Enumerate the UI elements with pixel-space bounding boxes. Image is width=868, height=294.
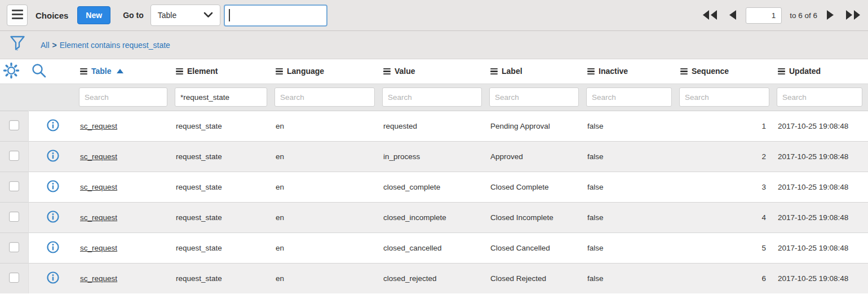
column-header-label: Element xyxy=(187,67,218,76)
column-header-label: Updated xyxy=(789,67,821,76)
column-header-value[interactable]: Value xyxy=(380,59,488,84)
cell-value: requested xyxy=(380,111,488,141)
cell-label: Approved xyxy=(488,141,584,172)
cell-updated: 2017-10-25 19:08:48 xyxy=(775,141,868,172)
cell-element: request_state xyxy=(173,232,273,263)
column-menu-icon[interactable] xyxy=(778,68,785,75)
goto-field-select[interactable]: Table xyxy=(150,5,220,26)
cell-inactive: false xyxy=(584,111,677,141)
row-checkbox[interactable] xyxy=(9,181,19,191)
record-link[interactable]: sc_request xyxy=(80,152,117,161)
column-header-inactive[interactable]: Inactive xyxy=(584,59,677,84)
cell-element: request_state xyxy=(173,202,273,232)
column-header-label-col[interactable]: Label xyxy=(488,59,584,84)
sequence-column-search-input[interactable] xyxy=(679,87,769,107)
new-button[interactable]: New xyxy=(77,6,110,24)
table-row: sc_request request_state en closed_incom… xyxy=(0,202,868,232)
cell-sequence: 5 xyxy=(677,232,775,263)
record-link[interactable]: sc_request xyxy=(80,213,117,222)
list-toolbar: Choices New Go to Table xyxy=(0,0,868,31)
filter-toggle-button[interactable] xyxy=(8,35,27,55)
column-menu-icon[interactable] xyxy=(80,68,87,75)
info-icon[interactable] xyxy=(46,119,60,132)
column-header-label: Sequence xyxy=(692,67,729,76)
column-header-label: Inactive xyxy=(599,67,628,76)
table-column-search-input[interactable] xyxy=(79,87,167,107)
column-header-sequence[interactable]: Sequence xyxy=(677,59,775,84)
column-header-label: Table xyxy=(91,67,112,76)
column-menu-icon[interactable] xyxy=(587,68,595,75)
cell-value: closed_incomplete xyxy=(380,202,488,232)
breadcrumb: All > Element contains request_state xyxy=(41,41,170,50)
list-settings-button[interactable] xyxy=(0,59,28,84)
breadcrumb-condition-link[interactable]: Element contains request_state xyxy=(60,41,170,50)
breadcrumb-all-link[interactable]: All xyxy=(41,41,50,50)
record-link[interactable]: sc_request xyxy=(80,183,117,191)
first-page-button[interactable] xyxy=(701,8,719,23)
text-caret xyxy=(229,9,230,21)
arrow-left-icon xyxy=(728,10,737,22)
list-context-menu-button[interactable] xyxy=(7,5,28,26)
prev-page-button[interactable] xyxy=(727,8,738,23)
cell-value: closed_complete xyxy=(380,172,488,202)
info-icon[interactable] xyxy=(46,240,60,254)
info-icon[interactable] xyxy=(46,179,60,193)
table-row: sc_request request_state en requested Pe… xyxy=(0,111,868,141)
cell-element: request_state xyxy=(173,111,273,141)
column-menu-icon[interactable] xyxy=(490,68,498,75)
page-range-label: to 6 of 6 xyxy=(790,11,817,20)
column-menu-icon[interactable] xyxy=(383,68,391,75)
value-column-search-input[interactable] xyxy=(382,87,482,107)
skip-back-icon xyxy=(702,10,718,22)
cell-label: Pending Approval xyxy=(488,111,584,141)
search-row-spacer xyxy=(28,84,77,111)
column-menu-icon[interactable] xyxy=(176,68,183,75)
list-search-button[interactable] xyxy=(28,59,77,84)
info-icon[interactable] xyxy=(46,149,60,163)
column-header-label: Value xyxy=(395,67,415,76)
record-link[interactable]: sc_request xyxy=(80,274,117,283)
goto-search-input[interactable] xyxy=(224,5,327,27)
column-header-element[interactable]: Element xyxy=(173,59,273,84)
goto-label: Go to xyxy=(123,11,144,20)
choices-list-page: Choices New Go to Table xyxy=(0,0,868,294)
pagination: to 6 of 6 xyxy=(701,0,862,31)
current-page-input[interactable] xyxy=(746,7,782,24)
record-link[interactable]: sc_request xyxy=(80,122,117,130)
skip-forward-icon xyxy=(845,10,861,22)
next-page-button[interactable] xyxy=(825,8,836,23)
cell-label: Closed Complete xyxy=(488,172,584,202)
column-header-updated[interactable]: Updated xyxy=(775,59,868,84)
column-menu-icon[interactable] xyxy=(276,68,283,75)
row-checkbox[interactable] xyxy=(9,242,19,252)
info-icon[interactable] xyxy=(46,210,60,223)
column-menu-icon[interactable] xyxy=(680,68,688,75)
cell-sequence: 4 xyxy=(677,202,775,232)
last-page-button[interactable] xyxy=(844,8,862,23)
row-checkbox[interactable] xyxy=(9,120,19,130)
cell-sequence: 2 xyxy=(677,141,775,172)
gear-icon xyxy=(3,72,20,81)
cell-updated: 2017-10-25 19:08:48 xyxy=(775,202,868,232)
language-column-search-input[interactable] xyxy=(274,87,375,107)
cell-updated: 2017-10-25 19:08:48 xyxy=(775,263,868,293)
inactive-column-search-input[interactable] xyxy=(586,87,672,107)
element-column-search-input[interactable] xyxy=(175,87,267,107)
chevron-down-icon xyxy=(203,11,213,20)
info-icon[interactable] xyxy=(46,271,60,284)
updated-column-search-input[interactable] xyxy=(777,87,862,107)
sort-asc-icon xyxy=(117,69,123,73)
page-title: Choices xyxy=(36,11,68,20)
cell-element: request_state xyxy=(173,141,273,172)
row-checkbox[interactable] xyxy=(9,273,19,283)
cell-inactive: false xyxy=(584,172,677,202)
column-header-table[interactable]: Table xyxy=(77,59,173,84)
row-checkbox[interactable] xyxy=(9,212,19,222)
column-header-row: Table Element Language Value xyxy=(0,59,868,84)
record-link[interactable]: sc_request xyxy=(80,244,117,252)
row-checkbox[interactable] xyxy=(9,151,19,161)
hamburger-icon xyxy=(12,10,23,21)
column-header-language[interactable]: Language xyxy=(273,59,380,84)
breadcrumb-separator: > xyxy=(52,41,57,50)
label-column-search-input[interactable] xyxy=(489,87,579,107)
